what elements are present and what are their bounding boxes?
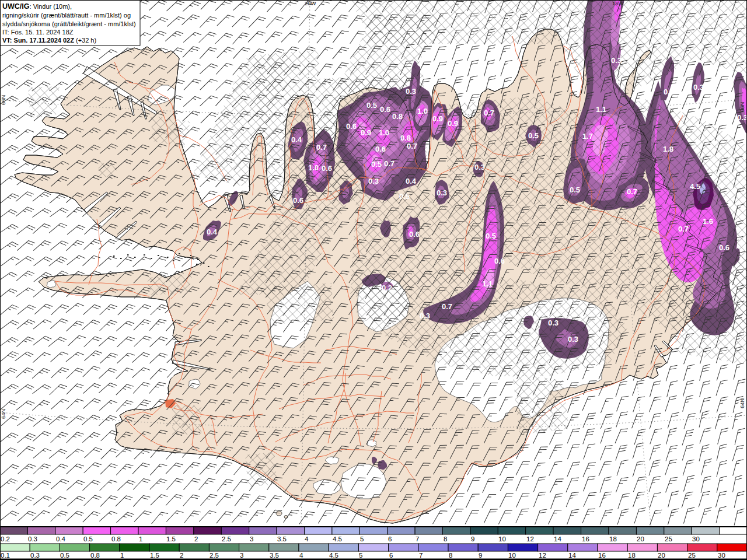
svg-text:0.8: 0.8 (111, 536, 121, 542)
svg-text:1.6: 1.6 (703, 217, 713, 226)
svg-text:0.7: 0.7 (484, 108, 494, 117)
svg-text:64N: 64N (0, 408, 6, 419)
svg-text:0.3: 0.3 (693, 83, 704, 92)
svg-text:3.5: 3.5 (277, 536, 287, 542)
svg-text:4.5: 4.5 (329, 552, 338, 559)
svg-text:0.6: 0.6 (293, 196, 303, 205)
svg-text:0.4: 0.4 (406, 177, 417, 186)
svg-text:0.6: 0.6 (719, 243, 729, 252)
svg-text:3.5: 3.5 (270, 552, 279, 559)
svg-text:9: 9 (471, 536, 474, 542)
svg-text:0.3: 0.3 (406, 87, 416, 96)
svg-text:8: 8 (449, 552, 452, 559)
svg-text:14: 14 (554, 536, 561, 542)
svg-text:0.8: 0.8 (400, 134, 411, 142)
svg-text:VT: Sun. 17.11.2024 02Z (+32 h: VT: Sun. 17.11.2024 02Z (+32 h) (2, 37, 96, 44)
svg-text:25: 25 (665, 536, 672, 542)
svg-text:0.9: 0.9 (432, 114, 443, 123)
svg-text:12: 12 (526, 536, 534, 542)
svg-text:0.3: 0.3 (437, 188, 447, 197)
svg-text:0.2: 0.2 (1, 536, 10, 542)
svg-text:0.6: 0.6 (380, 105, 390, 114)
svg-text:3: 3 (250, 536, 253, 542)
svg-text:4: 4 (299, 552, 303, 559)
svg-text:1.1: 1.1 (482, 279, 493, 288)
svg-text:1.8: 1.8 (663, 145, 673, 153)
svg-text:0.4: 0.4 (56, 536, 66, 542)
svg-text:2.5: 2.5 (222, 536, 231, 542)
svg-text:10: 10 (508, 552, 516, 559)
svg-text:0.7: 0.7 (407, 142, 417, 150)
svg-text:12: 12 (539, 552, 546, 559)
svg-text:0.6: 0.6 (346, 122, 357, 131)
svg-text:0.5: 0.5 (366, 101, 377, 110)
svg-text:1.5: 1.5 (166, 536, 176, 542)
svg-text:7: 7 (416, 536, 419, 542)
svg-text:66N: 66N (739, 102, 745, 112)
svg-text:0.7: 0.7 (678, 225, 689, 233)
svg-text:0.5: 0.5 (528, 131, 539, 140)
svg-text:0.6: 0.6 (322, 164, 332, 173)
svg-text:slydda/snjókoma (grátt/bleikt/: slydda/snjókoma (grátt/bleikt/grænt - mm… (2, 20, 136, 27)
svg-text:0.9: 0.9 (361, 128, 371, 137)
svg-text:2: 2 (194, 536, 198, 542)
svg-text:10: 10 (498, 536, 506, 542)
svg-text:66N: 66N (0, 94, 6, 105)
svg-text:0.5: 0.5 (83, 536, 93, 542)
svg-text:9: 9 (479, 552, 482, 559)
svg-text:16: 16 (598, 552, 606, 559)
svg-text:15W: 15W (612, 0, 624, 6)
svg-text:1.0: 1.0 (308, 163, 319, 172)
svg-text:4.5: 4.5 (690, 182, 700, 191)
svg-text:25: 25 (688, 552, 696, 559)
svg-text:1: 1 (120, 552, 124, 559)
svg-text:0.3: 0.3 (548, 318, 558, 327)
svg-text:0.3: 0.3 (568, 335, 578, 344)
svg-text:0.2: 0.2 (382, 284, 392, 292)
svg-text:20: 20 (637, 536, 644, 542)
svg-text:30: 30 (718, 552, 725, 559)
svg-text:1.0: 1.0 (417, 107, 428, 116)
svg-text:20W: 20W (305, 0, 316, 6)
svg-text:4: 4 (305, 536, 309, 542)
svg-text:18: 18 (628, 552, 636, 559)
svg-text:1.0: 1.0 (379, 128, 389, 137)
svg-text:0.5: 0.5 (60, 552, 69, 559)
svg-text:0.3: 0.3 (737, 113, 747, 122)
svg-text:6: 6 (389, 552, 393, 559)
svg-text:30: 30 (692, 536, 700, 542)
svg-text:4.5: 4.5 (333, 536, 342, 542)
svg-text:7: 7 (419, 552, 423, 559)
svg-text:1: 1 (139, 536, 142, 542)
svg-text:0.3: 0.3 (30, 552, 40, 559)
svg-text:2: 2 (180, 552, 183, 559)
svg-text:0.7: 0.7 (316, 143, 327, 152)
svg-text:0.3: 0.3 (664, 88, 674, 96)
svg-text:18: 18 (609, 536, 617, 542)
svg-text:2.5: 2.5 (210, 552, 219, 559)
svg-text:0.3: 0.3 (474, 163, 485, 172)
svg-text:1.5: 1.5 (150, 552, 159, 559)
svg-text:0.9: 0.9 (448, 119, 458, 128)
svg-text:0.7: 0.7 (627, 187, 637, 196)
svg-text:0.6: 0.6 (494, 257, 505, 265)
svg-text:5: 5 (360, 536, 364, 542)
svg-text:0.4: 0.4 (291, 135, 302, 144)
svg-text:rigning/skúrir (grænt/blátt/ra: rigning/skúrir (grænt/blátt/rautt - mm/1… (2, 12, 131, 19)
svg-text:0.8: 0.8 (90, 552, 100, 559)
svg-text:20: 20 (658, 552, 665, 559)
svg-text:3: 3 (240, 552, 243, 559)
svg-text:0.5: 0.5 (399, 192, 410, 201)
svg-text:0.5: 0.5 (570, 186, 580, 194)
svg-text:16: 16 (582, 536, 589, 542)
svg-text:8: 8 (444, 536, 447, 542)
svg-text:5: 5 (359, 552, 362, 559)
svg-text:64N: 64N (739, 398, 745, 408)
svg-text:0.7: 0.7 (442, 302, 452, 311)
svg-text:0.1: 0.1 (1, 552, 10, 559)
svg-text:0.4: 0.4 (207, 228, 218, 236)
svg-text:0.3: 0.3 (420, 312, 430, 320)
svg-text:1.1: 1.1 (596, 105, 606, 114)
svg-text:0.3: 0.3 (28, 536, 37, 542)
svg-text:0.5: 0.5 (486, 232, 496, 240)
